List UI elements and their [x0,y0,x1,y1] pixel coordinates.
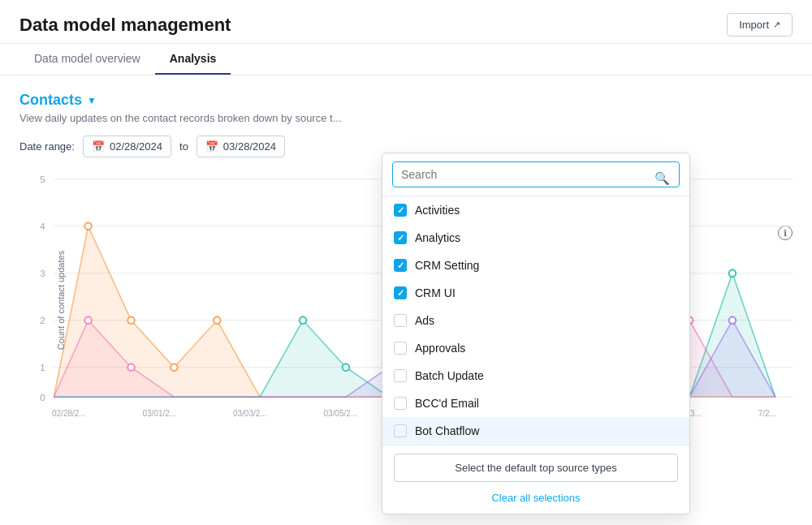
svg-text:2: 2 [40,315,45,325]
date-to-label: to [179,140,188,153]
main-content: Contacts ▼ View daily updates on the con… [0,75,812,446]
x-label-2: 03/03/2... [233,409,267,418]
dropdown-item-label: Batch Update [415,369,484,382]
dropdown-item-label: CRM Setting [415,259,479,272]
checkbox-batch-update[interactable] [394,369,407,382]
tab-overview[interactable]: Data model overview [19,44,155,75]
tabs-bar: Data model overview Analysis [0,44,812,75]
date-range-label: Date range: [19,140,75,153]
checkbox-bccd-email[interactable] [394,397,407,410]
section-title: Contacts ▼ [19,92,793,109]
svg-point-27 [729,316,736,324]
dropdown-item-batch-update[interactable]: Batch Update [382,362,689,389]
dropdown-item-crm-setting[interactable]: CRM Setting [382,252,689,279]
x-label-8: 7/2... [758,409,776,418]
svg-point-18 [84,316,91,324]
chart-y-label: Count of contact updates [56,251,66,350]
svg-point-15 [171,364,177,371]
checkbox-analytics[interactable] [394,231,407,244]
source-type-dropdown: 🔍 Activities Analytics CRM Setting C [382,153,690,514]
page-header: Data model management Import ↗ [0,0,812,44]
clear-all-link[interactable]: Clear all selections [394,488,678,509]
svg-text:5: 5 [40,174,45,184]
x-label-1: 03/01/2... [142,409,176,418]
contacts-dropdown-arrow[interactable]: ▼ [87,95,97,106]
svg-point-23 [343,364,349,371]
dropdown-search-input[interactable] [392,161,680,187]
date-from-value: 02/28/2024 [110,140,162,153]
section-subtitle: View daily updates on the contact record… [19,112,793,124]
dropdown-item-label: Ads [415,314,434,327]
svg-point-19 [127,364,134,371]
dropdown-items-list: Activities Analytics CRM Setting CRM UI … [382,196,689,445]
search-icon: 🔍 [654,171,670,186]
dropdown-item-bccd-email[interactable]: BCC'd Email [382,389,689,417]
checkbox-bot-chatflow[interactable] [394,424,407,437]
x-label-0: 02/28/2... [52,409,86,418]
svg-text:0: 0 [40,391,45,402]
external-link-icon: ↗ [773,19,780,30]
dropdown-item-label: Analytics [415,231,460,244]
dropdown-item-label: BCC'd Email [415,397,479,410]
dropdown-footer: Select the default top source types Clea… [382,445,689,514]
dropdown-item-label: CRM UI [415,286,456,299]
calendar-from-icon: 📅 [92,140,105,153]
checkbox-approvals[interactable] [394,342,407,355]
dropdown-item-crm-ui[interactable]: CRM UI [382,279,689,307]
checkbox-activities[interactable] [394,204,407,217]
svg-text:1: 1 [40,362,45,372]
svg-point-14 [127,316,134,324]
calendar-to-icon: 📅 [205,140,218,153]
svg-point-24 [729,269,736,277]
date-from-input[interactable]: 📅 02/28/2024 [83,136,171,157]
svg-text:3: 3 [40,268,45,278]
tab-analysis[interactable]: Analysis [155,44,231,75]
dropdown-item-label: Activities [415,204,460,217]
dropdown-search-container: 🔍 [382,153,689,196]
dropdown-item-activities[interactable]: Activities [382,196,689,224]
page-title: Data model management [19,15,231,36]
dropdown-item-label: Approvals [415,342,465,355]
dropdown-item-analytics[interactable]: Analytics [382,224,689,252]
import-button[interactable]: Import ↗ [727,13,793,37]
x-label-3: 03/05/2... [323,409,357,418]
svg-point-22 [300,316,306,324]
select-default-button[interactable]: Select the default top source types [394,454,678,482]
checkbox-ads[interactable] [394,314,407,327]
svg-text:4: 4 [40,221,45,231]
date-to-input[interactable]: 📅 03/28/2024 [197,136,285,157]
dropdown-item-bot-chatflow[interactable]: Bot Chatflow [382,417,689,445]
dropdown-item-label: Bot Chatflow [415,424,479,437]
dropdown-item-ads[interactable]: Ads [382,307,689,334]
dropdown-item-approvals[interactable]: Approvals [382,334,689,362]
svg-point-13 [84,222,91,230]
date-to-value: 03/28/2024 [223,140,276,153]
checkbox-crm-setting[interactable] [394,259,407,272]
svg-point-16 [214,316,220,324]
section-title-text: Contacts [19,92,82,109]
checkbox-crm-ui[interactable] [394,286,407,299]
